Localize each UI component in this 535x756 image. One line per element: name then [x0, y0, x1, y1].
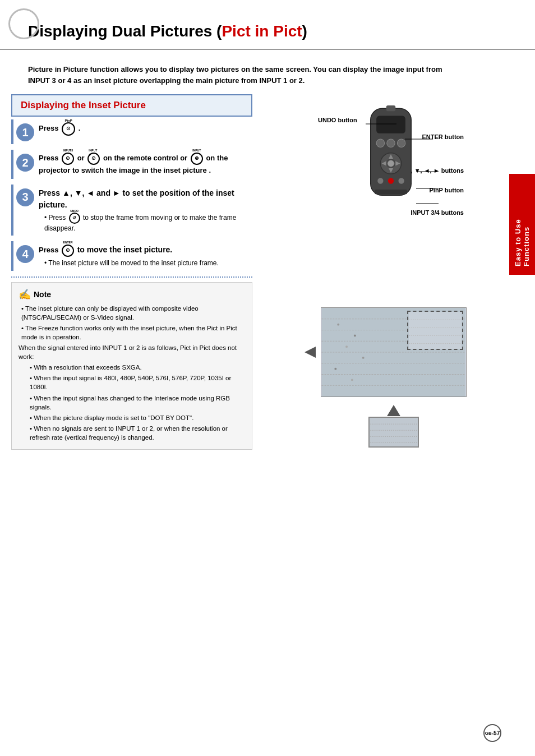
step-3: 3 Press ▲, ▼, ◄ and ► to set the positio…: [11, 185, 252, 236]
note-sub-3: When the input signal has changed to the…: [30, 394, 245, 412]
pinp-diagram: [321, 307, 467, 397]
page-number-prefix: GB: [485, 731, 492, 736]
step-4-content: Press ENTER ⊙ to move the inset picture.…: [39, 244, 219, 268]
section-title: Displaying the Inset Picture: [21, 100, 146, 110]
input-proj-label: INPUT: [192, 149, 201, 153]
step-4-bullet: The inset picture will be moved to the i…: [44, 259, 219, 268]
step-1-content: Press PinP ⊙ .: [39, 122, 80, 136]
svg-point-31: [354, 334, 356, 336]
svg-point-33: [362, 357, 365, 359]
arrow-up: [387, 405, 400, 416]
input4-label: INPUT 4: [89, 149, 99, 157]
page-number-text: -57: [492, 730, 500, 736]
input3-icon: INPUT3 ⊙: [62, 153, 74, 165]
step-2-content: Press INPUT3 ⊙ or INPUT 4 ⊙ on the remot…: [39, 153, 250, 176]
page-number-circle: GB -57: [483, 724, 501, 742]
note-sub-2: When the input signal is 480I, 480P, 540…: [30, 374, 245, 391]
note-para: When the signal entered into INPUT 1 or …: [19, 343, 245, 361]
step-3-bullet: Press UNDO ↺ to stop the frame from movi…: [44, 213, 250, 233]
bottom-tv-frame: [368, 417, 419, 448]
note-bullet-2: The Freeze function works only with the …: [21, 324, 245, 342]
note-icon: ✍: [19, 288, 31, 301]
input-proj-icon: INPUT ⊛: [191, 153, 203, 165]
pinp-label: PinP: [64, 118, 72, 123]
svg-point-35: [351, 379, 353, 381]
step-4: 4 Press ENTER ⊙ to move the inset pictur…: [11, 241, 252, 270]
step-1-number: 1: [16, 123, 34, 141]
svg-point-14: [398, 178, 404, 183]
svg-point-2: [376, 139, 384, 147]
title-close: ): [302, 22, 307, 40]
header-section: Displaying Dual Pictures (Pict in Pict): [0, 11, 535, 50]
svg-point-11: [388, 160, 394, 167]
svg-point-3: [387, 139, 395, 147]
step-2: 2 Press INPUT3 ⊙ or INPUT 4 ⊙ on the rem…: [11, 150, 252, 179]
side-tab: Easy to Use Functions: [509, 174, 535, 275]
input4-icon: INPUT 4 ⊙: [87, 153, 100, 165]
step-1: 1 Press PinP ⊙ .: [11, 119, 252, 144]
page-number-area: GB -57: [483, 724, 501, 742]
title-plain: Displaying Dual Pictures (: [28, 22, 222, 40]
content-area: Displaying the Inset Picture 1 Press Pin…: [0, 94, 535, 450]
pinp-diagram-container: [264, 302, 524, 448]
svg-rect-1: [376, 116, 405, 133]
undo-label-step3: UNDO: [70, 209, 79, 213]
note-title-text: Note: [34, 290, 51, 299]
enter-label-step4: ENTER: [63, 241, 73, 245]
note-sub-4: When the picture display mode is set to …: [30, 413, 245, 422]
svg-point-4: [397, 139, 405, 147]
top-circle-decoration: [8, 8, 39, 39]
title-highlight: Pict in Pict: [222, 22, 302, 40]
dotted-separator: [11, 276, 252, 278]
step-3-number: 3: [16, 188, 34, 206]
bottom-tv-svg: [370, 418, 418, 446]
svg-point-13: [388, 178, 394, 183]
remote-svg: [335, 105, 447, 274]
undo-icon-step3: UNDO ↺: [69, 213, 80, 224]
step-4-number: 4: [16, 245, 34, 263]
step-2-number: 2: [16, 154, 34, 172]
note-title: ✍ Note: [19, 288, 245, 301]
note-bullet-1: The inset picture can only be displayed …: [21, 304, 245, 322]
right-panel: UNDO button ENTER button ▲, ▼, ◄, ► butt…: [258, 94, 524, 450]
main-title: Displaying Dual Pictures (Pict in Pict): [28, 22, 507, 40]
note-sub-5: When no signals are sent to INPUT 1 or 2…: [30, 424, 245, 442]
svg-rect-41: [370, 418, 417, 446]
page-container: Easy to Use Functions Displaying Dual Pi…: [0, 0, 535, 756]
section-box: Displaying the Inset Picture: [11, 94, 252, 117]
svg-rect-15: [375, 190, 407, 194]
note-sub-1: With a resolution that exceeds SXGA.: [30, 363, 245, 372]
inset-box: [407, 311, 463, 350]
input3-label: INPUT3: [63, 149, 73, 153]
left-panel: Displaying the Inset Picture 1 Press Pin…: [11, 94, 252, 450]
enter-icon-step4: ENTER ⊙: [62, 245, 74, 257]
svg-rect-36: [409, 312, 462, 349]
step-3-content: Press ▲, ▼, ◄ and ► to set the position …: [39, 187, 250, 233]
svg-point-32: [345, 345, 348, 348]
note-section: ✍ Note The inset picture can only be dis…: [11, 282, 252, 450]
svg-rect-16: [386, 105, 396, 111]
pinp-icon: PinP ⊙: [62, 122, 75, 136]
arrow-left: [305, 347, 316, 358]
svg-point-34: [334, 368, 336, 370]
svg-point-12: [377, 178, 383, 183]
side-tab-label: Easy to Use Functions: [514, 182, 531, 266]
inset-picture-svg: [408, 312, 462, 349]
svg-point-30: [337, 324, 339, 326]
remote-illustration: UNDO button ENTER button ▲, ▼, ◄, ► butt…: [318, 100, 464, 279]
intro-text: Picture in Picture function allows you t…: [0, 56, 482, 94]
